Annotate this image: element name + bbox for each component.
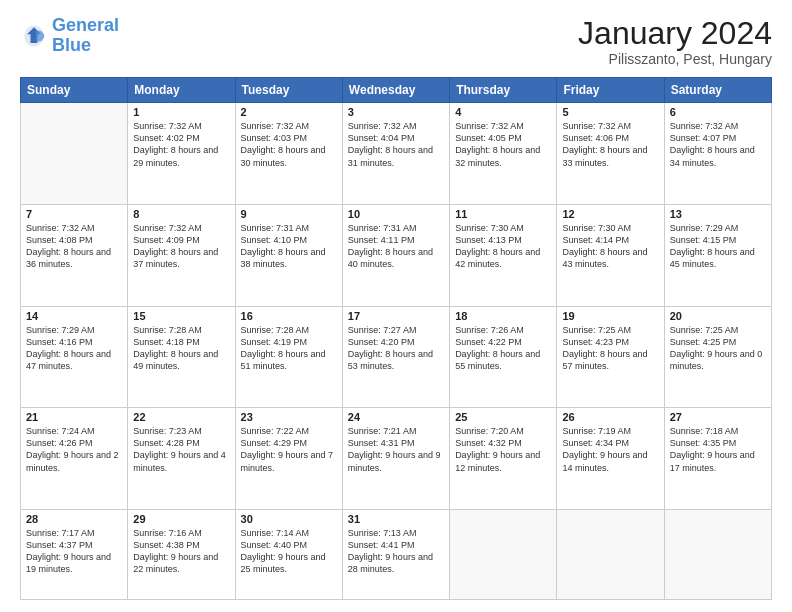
daylight-label: Daylight: 8 hours and 33 minutes. <box>562 145 647 167</box>
cell-info: Sunrise: 7:32 AMSunset: 4:07 PMDaylight:… <box>670 120 766 169</box>
day-cell: 7Sunrise: 7:32 AMSunset: 4:08 PMDaylight… <box>21 204 128 306</box>
cell-info: Sunrise: 7:32 AMSunset: 4:08 PMDaylight:… <box>26 222 122 271</box>
day-cell: 18Sunrise: 7:26 AMSunset: 4:22 PMDayligh… <box>450 306 557 408</box>
day-number: 24 <box>348 411 444 423</box>
cell-info: Sunrise: 7:32 AMSunset: 4:02 PMDaylight:… <box>133 120 229 169</box>
day-number: 31 <box>348 513 444 525</box>
sunrise-label: Sunrise: 7:31 AM <box>348 223 417 233</box>
day-cell: 28Sunrise: 7:17 AMSunset: 4:37 PMDayligh… <box>21 509 128 599</box>
week-row-2: 7Sunrise: 7:32 AMSunset: 4:08 PMDaylight… <box>21 204 772 306</box>
sunset-label: Sunset: 4:26 PM <box>26 438 93 448</box>
day-number: 3 <box>348 106 444 118</box>
day-cell: 19Sunrise: 7:25 AMSunset: 4:23 PMDayligh… <box>557 306 664 408</box>
sunrise-label: Sunrise: 7:32 AM <box>455 121 524 131</box>
sunrise-label: Sunrise: 7:21 AM <box>348 426 417 436</box>
daylight-label: Daylight: 8 hours and 31 minutes. <box>348 145 433 167</box>
cell-info: Sunrise: 7:20 AMSunset: 4:32 PMDaylight:… <box>455 425 551 474</box>
cell-info: Sunrise: 7:16 AMSunset: 4:38 PMDaylight:… <box>133 527 229 576</box>
day-number: 27 <box>670 411 766 423</box>
weekday-sunday: Sunday <box>21 78 128 103</box>
logo-icon <box>20 22 48 50</box>
daylight-label: Daylight: 8 hours and 51 minutes. <box>241 349 326 371</box>
sunset-label: Sunset: 4:28 PM <box>133 438 200 448</box>
sunset-label: Sunset: 4:18 PM <box>133 337 200 347</box>
weekday-wednesday: Wednesday <box>342 78 449 103</box>
daylight-label: Daylight: 8 hours and 57 minutes. <box>562 349 647 371</box>
sunrise-label: Sunrise: 7:26 AM <box>455 325 524 335</box>
sunrise-label: Sunrise: 7:17 AM <box>26 528 95 538</box>
daylight-label: Daylight: 8 hours and 36 minutes. <box>26 247 111 269</box>
weekday-monday: Monday <box>128 78 235 103</box>
logo-line1: General <box>52 15 119 35</box>
day-cell: 2Sunrise: 7:32 AMSunset: 4:03 PMDaylight… <box>235 103 342 205</box>
day-number: 8 <box>133 208 229 220</box>
sunrise-label: Sunrise: 7:28 AM <box>241 325 310 335</box>
sunset-label: Sunset: 4:05 PM <box>455 133 522 143</box>
cell-info: Sunrise: 7:13 AMSunset: 4:41 PMDaylight:… <box>348 527 444 576</box>
daylight-label: Daylight: 8 hours and 34 minutes. <box>670 145 755 167</box>
daylight-label: Daylight: 9 hours and 28 minutes. <box>348 552 433 574</box>
sunset-label: Sunset: 4:19 PM <box>241 337 308 347</box>
sunrise-label: Sunrise: 7:30 AM <box>455 223 524 233</box>
cell-info: Sunrise: 7:24 AMSunset: 4:26 PMDaylight:… <box>26 425 122 474</box>
day-number: 9 <box>241 208 337 220</box>
sunset-label: Sunset: 4:29 PM <box>241 438 308 448</box>
day-number: 11 <box>455 208 551 220</box>
daylight-label: Daylight: 8 hours and 40 minutes. <box>348 247 433 269</box>
day-number: 21 <box>26 411 122 423</box>
day-cell: 4Sunrise: 7:32 AMSunset: 4:05 PMDaylight… <box>450 103 557 205</box>
day-number: 17 <box>348 310 444 322</box>
daylight-label: Daylight: 9 hours and 7 minutes. <box>241 450 334 472</box>
day-number: 19 <box>562 310 658 322</box>
sunset-label: Sunset: 4:04 PM <box>348 133 415 143</box>
day-cell: 12Sunrise: 7:30 AMSunset: 4:14 PMDayligh… <box>557 204 664 306</box>
cell-info: Sunrise: 7:26 AMSunset: 4:22 PMDaylight:… <box>455 324 551 373</box>
daylight-label: Daylight: 8 hours and 43 minutes. <box>562 247 647 269</box>
day-cell <box>21 103 128 205</box>
sunrise-label: Sunrise: 7:25 AM <box>562 325 631 335</box>
sunrise-label: Sunrise: 7:32 AM <box>670 121 739 131</box>
cell-info: Sunrise: 7:28 AMSunset: 4:19 PMDaylight:… <box>241 324 337 373</box>
daylight-label: Daylight: 9 hours and 0 minutes. <box>670 349 763 371</box>
day-cell: 23Sunrise: 7:22 AMSunset: 4:29 PMDayligh… <box>235 408 342 510</box>
sunset-label: Sunset: 4:08 PM <box>26 235 93 245</box>
sunset-label: Sunset: 4:06 PM <box>562 133 629 143</box>
week-row-3: 14Sunrise: 7:29 AMSunset: 4:16 PMDayligh… <box>21 306 772 408</box>
sunset-label: Sunset: 4:22 PM <box>455 337 522 347</box>
day-number: 5 <box>562 106 658 118</box>
cell-info: Sunrise: 7:28 AMSunset: 4:18 PMDaylight:… <box>133 324 229 373</box>
sunset-label: Sunset: 4:34 PM <box>562 438 629 448</box>
day-cell: 3Sunrise: 7:32 AMSunset: 4:04 PMDaylight… <box>342 103 449 205</box>
sunrise-label: Sunrise: 7:22 AM <box>241 426 310 436</box>
sunset-label: Sunset: 4:10 PM <box>241 235 308 245</box>
day-number: 14 <box>26 310 122 322</box>
sunrise-label: Sunrise: 7:20 AM <box>455 426 524 436</box>
day-number: 10 <box>348 208 444 220</box>
daylight-label: Daylight: 9 hours and 12 minutes. <box>455 450 540 472</box>
day-cell: 10Sunrise: 7:31 AMSunset: 4:11 PMDayligh… <box>342 204 449 306</box>
day-number: 2 <box>241 106 337 118</box>
sunrise-label: Sunrise: 7:27 AM <box>348 325 417 335</box>
sunrise-label: Sunrise: 7:24 AM <box>26 426 95 436</box>
cell-info: Sunrise: 7:19 AMSunset: 4:34 PMDaylight:… <box>562 425 658 474</box>
weekday-tuesday: Tuesday <box>235 78 342 103</box>
cell-info: Sunrise: 7:29 AMSunset: 4:15 PMDaylight:… <box>670 222 766 271</box>
week-row-4: 21Sunrise: 7:24 AMSunset: 4:26 PMDayligh… <box>21 408 772 510</box>
sunrise-label: Sunrise: 7:13 AM <box>348 528 417 538</box>
day-number: 22 <box>133 411 229 423</box>
day-cell: 1Sunrise: 7:32 AMSunset: 4:02 PMDaylight… <box>128 103 235 205</box>
day-number: 16 <box>241 310 337 322</box>
cell-info: Sunrise: 7:22 AMSunset: 4:29 PMDaylight:… <box>241 425 337 474</box>
sunset-label: Sunset: 4:35 PM <box>670 438 737 448</box>
day-number: 25 <box>455 411 551 423</box>
daylight-label: Daylight: 9 hours and 17 minutes. <box>670 450 755 472</box>
day-cell: 27Sunrise: 7:18 AMSunset: 4:35 PMDayligh… <box>664 408 771 510</box>
cell-info: Sunrise: 7:21 AMSunset: 4:31 PMDaylight:… <box>348 425 444 474</box>
sunrise-label: Sunrise: 7:32 AM <box>241 121 310 131</box>
day-number: 18 <box>455 310 551 322</box>
week-row-5: 28Sunrise: 7:17 AMSunset: 4:37 PMDayligh… <box>21 509 772 599</box>
day-cell <box>450 509 557 599</box>
daylight-label: Daylight: 8 hours and 38 minutes. <box>241 247 326 269</box>
sunset-label: Sunset: 4:11 PM <box>348 235 415 245</box>
cell-info: Sunrise: 7:32 AMSunset: 4:06 PMDaylight:… <box>562 120 658 169</box>
